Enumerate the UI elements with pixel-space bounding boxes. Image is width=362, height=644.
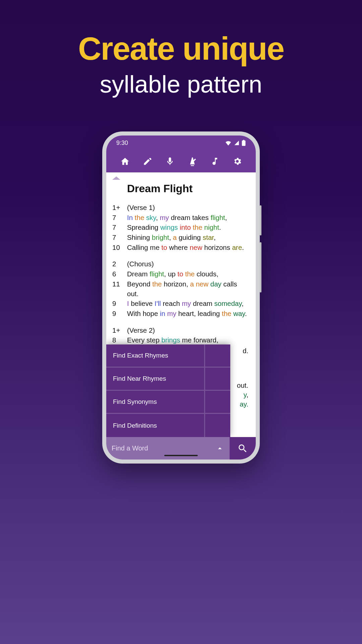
- syllable-count: 8: [112, 335, 127, 345]
- popup-item-side[interactable]: [205, 391, 230, 414]
- lyric-line: 2 (Chorus): [112, 259, 250, 269]
- section-label: (Verse 1): [127, 203, 250, 213]
- popup-item-label: Find Exact Rhymes: [106, 344, 205, 368]
- popup-item-near-rhymes[interactable]: Find Near Rhymes: [106, 368, 230, 391]
- lyric-line: 1+ (Verse 1): [112, 203, 250, 213]
- lyric-text: In the sky, my dream takes flight,: [127, 213, 250, 223]
- lyric-line[interactable]: 11 Beyond the horizon, a new day calls o…: [112, 279, 250, 299]
- wifi-icon: [225, 140, 232, 146]
- edit-icon: [143, 157, 152, 166]
- popup-item-label: Find Synonyms: [106, 391, 205, 414]
- chevron-up-icon[interactable]: [216, 444, 224, 453]
- home-icon: [120, 157, 130, 166]
- syllable-count: 7: [112, 233, 127, 243]
- music-icon: [210, 157, 220, 166]
- syllable-count: 7: [112, 213, 127, 223]
- search-icon: [237, 443, 248, 454]
- syllable-count: 1+: [112, 326, 127, 335]
- gear-icon: [233, 157, 242, 166]
- lyric-line[interactable]: 6 Dream flight, up to the clouds,: [112, 269, 250, 279]
- syllable-count: 11: [112, 279, 127, 299]
- section-label: (Chorus): [127, 259, 250, 269]
- word-tools-popup: Find Exact Rhymes Find Near Rhymes Find …: [106, 344, 230, 437]
- microphone-button[interactable]: [164, 155, 176, 168]
- search-button[interactable]: [230, 437, 256, 460]
- lyric-line[interactable]: 7 In the sky, my dream takes flight,: [112, 213, 250, 223]
- lyric-line: 1+ (Verse 2): [112, 326, 250, 335]
- lyric-overflow-text: y,: [244, 391, 248, 399]
- lyric-line[interactable]: 8 Every step brings me forward,: [112, 335, 250, 345]
- lyric-text: Shining bright, a guiding star,: [127, 233, 250, 243]
- search-placeholder: Find a Word: [112, 444, 216, 452]
- lyric-text: Dream flight, up to the clouds,: [127, 269, 250, 279]
- status-bar: 9:30: [106, 136, 256, 150]
- lyric-overflow-text: ay.: [240, 400, 248, 408]
- microphone-icon: [165, 157, 175, 166]
- lyric-text: Calling me to where new horizons are.: [127, 243, 250, 253]
- popup-item-definitions[interactable]: Find Definitions: [106, 414, 230, 437]
- battery-icon: [242, 140, 246, 146]
- lyric-line[interactable]: 7 Shining bright, a guiding star,: [112, 233, 250, 243]
- lyric-text: With hope in my heart, leading the way.: [127, 309, 250, 319]
- metronome-icon: [188, 157, 197, 166]
- song-title: Dream Flight: [127, 182, 250, 195]
- home-button[interactable]: [119, 155, 131, 168]
- lyric-line[interactable]: 9 With hope in my heart, leading the way…: [112, 309, 250, 319]
- syllable-count: 6: [112, 269, 127, 279]
- popup-item-synonyms[interactable]: Find Synonyms: [106, 391, 230, 414]
- signal-icon: [234, 140, 240, 146]
- headline-bottom: syllable pattern: [78, 70, 284, 98]
- syllable-count: 2: [112, 259, 127, 269]
- lyrics-content[interactable]: Dream Flight 1+ (Verse 1) 7 In the sky, …: [106, 172, 256, 460]
- home-indicator: [164, 455, 198, 456]
- popup-item-label: Find Near Rhymes: [106, 368, 205, 391]
- syllable-count: 9: [112, 299, 127, 309]
- headline-top: Create unique: [78, 30, 284, 67]
- settings-button[interactable]: [231, 155, 244, 168]
- promo-headline: Create unique syllable pattern: [78, 30, 284, 98]
- app-toolbar: [106, 150, 256, 172]
- popup-item-side[interactable]: [205, 368, 230, 391]
- status-icons: [225, 140, 246, 146]
- lyric-line[interactable]: 10 Calling me to where new horizons are.: [112, 243, 250, 253]
- section-label: (Verse 2): [127, 326, 250, 335]
- lyric-line[interactable]: 7 Spreading wings into the night.: [112, 223, 250, 232]
- popup-item-label: Find Definitions: [106, 414, 205, 437]
- collapse-caret-icon[interactable]: [112, 176, 120, 180]
- metronome-button[interactable]: [186, 155, 199, 168]
- lyric-text: I believe I'll reach my Dream someday,: [127, 299, 250, 309]
- lyric-text: Spreading wings into the night.: [127, 223, 250, 232]
- syllable-count: 1+: [112, 203, 127, 213]
- music-button[interactable]: [208, 155, 221, 168]
- lyric-overflow-text: d.: [243, 347, 248, 355]
- syllable-count: 9: [112, 309, 127, 319]
- lyric-overflow-text: out.: [237, 381, 248, 389]
- phone-screen: 9:30: [106, 136, 256, 460]
- syllable-count: 10: [112, 243, 127, 253]
- status-time: 9:30: [116, 140, 225, 147]
- popup-item-exact-rhymes[interactable]: Find Exact Rhymes: [106, 344, 230, 368]
- phone-frame: 9:30: [102, 131, 260, 464]
- lyric-line[interactable]: 9 I believe I'll reach my Dream someday,: [112, 299, 250, 309]
- popup-item-side[interactable]: [205, 414, 230, 437]
- syllable-count: 7: [112, 223, 127, 232]
- edit-button[interactable]: [141, 155, 154, 168]
- popup-item-side[interactable]: [205, 344, 230, 368]
- lyric-text: Every step brings me forward,: [127, 335, 250, 345]
- lyric-text: Beyond the horizon, a new day calls out.: [127, 279, 250, 299]
